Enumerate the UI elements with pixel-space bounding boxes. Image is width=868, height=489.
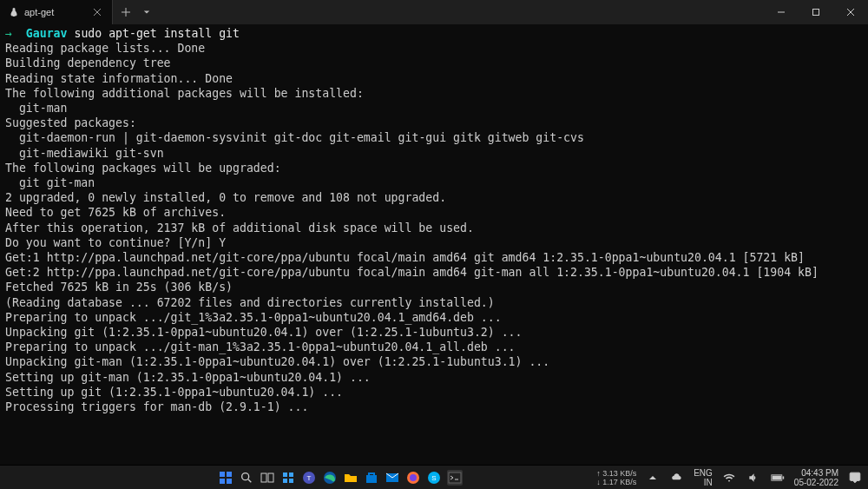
network-rate[interactable]: ↑ 3.13 KB/s ↓ 1.17 KB/s: [596, 469, 636, 486]
taskbar-right: ↑ 3.13 KB/s ↓ 1.17 KB/s ENG IN 04:43 PM …: [596, 468, 863, 487]
svg-point-18: [410, 474, 417, 481]
terminal-line: Processing triggers for man-db (2.9.1-1)…: [5, 400, 863, 414]
teams-icon[interactable]: T: [301, 470, 317, 486]
net-up: ↑ 3.13 KB/s: [596, 469, 636, 478]
svg-rect-0: [813, 10, 819, 16]
terminal-line: Reading package lists... Done: [5, 41, 863, 56]
tab-apt-get[interactable]: apt-get: [0, 0, 113, 24]
terminal-line: Fetched 7625 kB in 25s (306 kB/s): [5, 280, 863, 294]
search-icon[interactable]: [239, 470, 254, 486]
terminal-line: git-daemon-run | git-daemon-sysvinit git…: [5, 130, 863, 145]
date: 05-02-2022: [794, 478, 838, 487]
prompt-line: → Gaurav sudo apt-get install git: [5, 26, 863, 41]
terminal-line: Setting up git (1:2.35.1-0ppa1~ubuntu20.…: [5, 385, 863, 400]
svg-rect-6: [261, 473, 266, 482]
widgets-icon[interactable]: [280, 470, 296, 486]
svg-rect-9: [289, 472, 293, 477]
lang-top: ENG: [694, 468, 713, 478]
svg-rect-2: [227, 472, 232, 477]
windows-taskbar: T S ↑ 3.13 KB/s ↓ 1.17 KB/s ENG IN 04:43…: [0, 465, 868, 489]
store-icon[interactable]: [364, 470, 379, 486]
terminal-line: Unpacking git (1:2.35.1-0ppa1~ubuntu20.0…: [5, 325, 863, 340]
terminal-line: git-mediawiki git-svn: [5, 146, 863, 161]
terminal-line: Get:2 http://ppa.launchpad.net/git-core/…: [5, 265, 863, 280]
svg-rect-23: [782, 476, 784, 479]
terminal-line: git-man: [5, 101, 863, 116]
wifi-icon[interactable]: [721, 470, 737, 486]
tab-title: apt-get: [24, 7, 86, 17]
tray-chevron-icon[interactable]: [645, 470, 661, 486]
terminal-line: git git-man: [5, 175, 863, 190]
svg-text:T: T: [306, 474, 311, 482]
svg-rect-11: [289, 479, 293, 483]
close-button[interactable]: [833, 0, 868, 24]
window-controls: [764, 0, 868, 24]
titlebar-drag-area[interactable]: [155, 0, 764, 24]
prompt-command: sudo apt-get install git: [74, 27, 240, 40]
terminal-line: The following packages will be upgraded:: [5, 161, 863, 175]
terminal-line: (Reading database ... 67202 files and di…: [5, 295, 863, 310]
notifications-icon[interactable]: [847, 470, 863, 486]
window-titlebar: apt-get: [0, 0, 868, 24]
svg-rect-3: [220, 479, 225, 484]
skype-icon[interactable]: S: [426, 470, 442, 486]
svg-rect-1: [220, 472, 225, 477]
terminal-line: Do you want to continue? [Y/n] Y: [5, 235, 863, 250]
maximize-button[interactable]: [799, 0, 833, 24]
time: 04:43 PM: [794, 468, 838, 478]
terminal-line: Reading state information... Done: [5, 71, 863, 86]
terminal-line: 2 upgraded, 0 newly installed, 0 to remo…: [5, 190, 863, 205]
svg-rect-21: [449, 472, 461, 483]
terminal-line: Preparing to unpack .../git_1%3a2.35.1-0…: [5, 310, 863, 325]
terminal-line: Building dependency tree: [5, 56, 863, 70]
svg-rect-7: [268, 473, 273, 482]
svg-text:S: S: [431, 474, 436, 482]
volume-icon[interactable]: [746, 470, 761, 486]
terminal-line: Get:1 http://ppa.launchpad.net/git-core/…: [5, 250, 863, 265]
task-view-icon[interactable]: [260, 470, 275, 486]
new-tab-dropdown[interactable]: [139, 0, 155, 24]
battery-icon[interactable]: [770, 470, 786, 486]
svg-rect-4: [227, 479, 232, 484]
terminal-line: Suggested packages:: [5, 116, 863, 130]
prompt-arrow: →: [5, 27, 12, 40]
terminal-line: After this operation, 2137 kB of additio…: [5, 221, 863, 235]
mail-icon[interactable]: [385, 470, 400, 486]
language-indicator[interactable]: ENG IN: [694, 468, 713, 487]
svg-rect-10: [283, 479, 287, 483]
tab-close-button[interactable]: [91, 6, 103, 18]
penguin-icon: [9, 7, 19, 17]
terminal-line: Setting up git-man (1:2.35.1-0ppa1~ubunt…: [5, 370, 863, 385]
net-down: ↓ 1.17 KB/s: [596, 478, 636, 486]
explorer-icon[interactable]: [343, 470, 358, 486]
edge-icon[interactable]: [322, 470, 338, 486]
terminal-line: Preparing to unpack .../git-man_1%3a2.35…: [5, 340, 863, 354]
svg-rect-24: [772, 475, 780, 479]
terminal-output[interactable]: → Gaurav sudo apt-get install gitReading…: [0, 24, 868, 465]
terminal-line: The following additional packages will b…: [5, 86, 863, 101]
onedrive-icon[interactable]: [669, 470, 685, 486]
minimize-button[interactable]: [764, 0, 799, 24]
terminal-icon[interactable]: [447, 470, 463, 486]
lang-bottom: IN: [694, 478, 713, 487]
clock[interactable]: 04:43 PM 05-02-2022: [794, 468, 838, 487]
prompt-user: Gaurav: [26, 27, 68, 40]
terminal-line: Need to get 7625 kB of archives.: [5, 205, 863, 220]
svg-rect-8: [283, 472, 287, 477]
taskbar-center: T S: [83, 470, 596, 486]
terminal-line: Unpacking git-man (1:2.35.1-0ppa1~ubuntu…: [5, 354, 863, 369]
svg-rect-15: [366, 475, 377, 483]
svg-point-5: [241, 472, 248, 479]
start-icon[interactable]: [218, 470, 233, 486]
new-tab-button[interactable]: [113, 0, 139, 24]
firefox-icon[interactable]: [405, 470, 421, 486]
